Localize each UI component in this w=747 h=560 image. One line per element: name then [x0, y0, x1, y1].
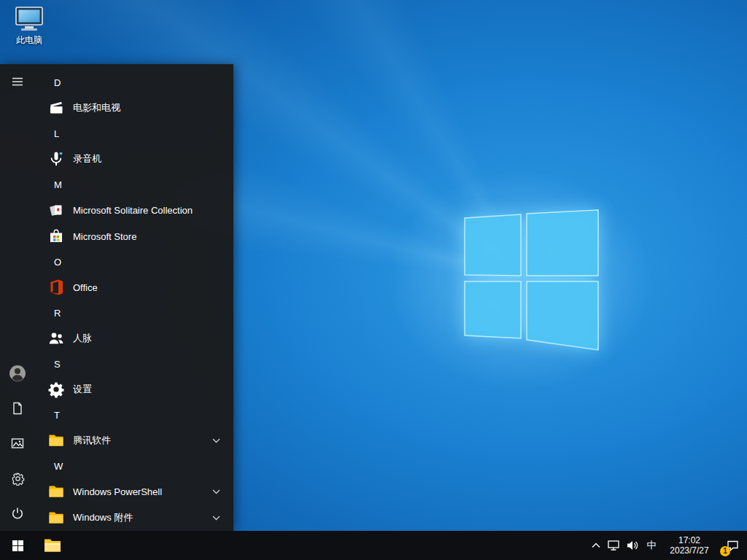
app-label: Office [73, 282, 220, 293]
start-menu-rail [0, 64, 35, 531]
section-header-o[interactable]: O [35, 249, 233, 274]
store-icon [47, 227, 66, 246]
notification-badge: 1 [720, 546, 730, 556]
start-menu-folder-tencent[interactable]: 腾讯软件 [35, 427, 233, 454]
solitaire-icon [47, 201, 66, 219]
hamburger-icon [12, 76, 23, 88]
app-label: 录音机 [73, 152, 220, 166]
section-letter: T [54, 410, 60, 421]
start-menu: D 电影和电视 L 录音机 M Microsoft Solitaire Coll [0, 64, 233, 531]
section-header-s[interactable]: S [35, 351, 233, 376]
section-letter: L [54, 128, 59, 139]
folder-icon [47, 431, 66, 450]
clock-time: 17:02 [678, 535, 700, 545]
system-tray: 中 17:02 2023/7/27 1 [588, 531, 747, 560]
start-menu-app-office[interactable]: Office [35, 274, 233, 300]
this-pc-icon [14, 6, 44, 32]
file-explorer-button[interactable] [35, 531, 70, 560]
file-explorer-icon [44, 538, 61, 553]
folder-icon [47, 508, 66, 527]
chevron-down-icon [212, 438, 220, 443]
ime-label: 中 [647, 539, 657, 552]
app-label: 腾讯软件 [73, 434, 212, 447]
folder-icon [47, 482, 66, 501]
start-menu-app-movies-tv[interactable]: 电影和电视 [35, 95, 233, 121]
clock-date: 2023/7/27 [670, 545, 708, 556]
start-menu-folder-windows-powershell[interactable]: Windows PowerShell [35, 478, 233, 505]
start-menu-app-solitaire[interactable]: Microsoft Solitaire Collection [35, 197, 233, 223]
document-icon [11, 402, 24, 415]
voice-recorder-icon [47, 149, 66, 168]
rail-settings-button[interactable] [0, 461, 35, 496]
section-letter: R [54, 308, 61, 319]
section-header-t[interactable]: T [35, 402, 233, 427]
app-label: 电影和电视 [73, 101, 220, 114]
section-header-w[interactable]: W [35, 454, 233, 478]
people-icon [47, 329, 66, 348]
section-letter: M [54, 179, 62, 190]
office-icon [47, 278, 66, 297]
settings-icon [47, 380, 66, 399]
start-menu-folder-windows-accessories[interactable]: Windows 附件 [35, 505, 233, 531]
start-menu-app-people[interactable]: 人脉 [35, 325, 233, 351]
network-icon [608, 540, 619, 551]
desktop-icon-this-pc[interactable]: 此电脑 [6, 6, 53, 47]
picture-icon [11, 437, 24, 450]
start-menu-app-microsoft-store[interactable]: Microsoft Store [35, 223, 233, 249]
power-button[interactable] [0, 496, 35, 531]
volume-button[interactable] [623, 531, 642, 560]
pictures-button[interactable] [0, 426, 35, 461]
app-label: Microsoft Solitaire Collection [73, 205, 220, 216]
section-letter: D [54, 77, 61, 88]
windows-logo-icon [12, 540, 23, 551]
start-menu-app-settings[interactable]: 设置 [35, 376, 233, 402]
speaker-icon [627, 540, 638, 551]
chevron-down-icon [212, 516, 220, 521]
section-header-m[interactable]: M [35, 172, 233, 197]
taskbar: 中 17:02 2023/7/27 1 [0, 531, 747, 560]
movies-tv-icon [47, 98, 66, 117]
section-header-d[interactable]: D [35, 70, 233, 95]
tray-overflow-button[interactable] [588, 531, 604, 560]
chevron-up-icon [592, 542, 600, 548]
expand-menu-button[interactable] [0, 64, 35, 99]
documents-button[interactable] [0, 391, 35, 426]
app-label: Microsoft Store [73, 231, 220, 242]
desktop-icon-label: 此电脑 [16, 34, 42, 47]
account-button[interactable] [0, 356, 35, 391]
ime-indicator[interactable]: 中 [642, 531, 661, 560]
start-button[interactable] [0, 531, 35, 560]
section-letter: S [54, 359, 61, 370]
section-header-l[interactable]: L [35, 121, 233, 146]
app-label: Windows 附件 [73, 511, 212, 524]
start-menu-app-list: D 电影和电视 L 录音机 M Microsoft Solitaire Coll [35, 64, 233, 531]
network-button[interactable] [604, 531, 623, 560]
action-center-button[interactable]: 1 [718, 531, 747, 560]
windows-hero-logo [438, 190, 613, 365]
app-label: 人脉 [73, 332, 220, 345]
section-letter: O [54, 257, 61, 268]
user-icon [8, 364, 27, 383]
desktop: 此电脑 [0, 0, 747, 560]
start-menu-app-voice-recorder[interactable]: 录音机 [35, 146, 233, 172]
power-icon [11, 507, 24, 520]
section-letter: W [54, 461, 63, 472]
app-label: 设置 [73, 383, 220, 396]
gear-icon [11, 472, 25, 486]
app-label: Windows PowerShell [73, 486, 212, 497]
chevron-down-icon [212, 489, 220, 494]
taskbar-clock[interactable]: 17:02 2023/7/27 [661, 531, 718, 560]
section-header-r[interactable]: R [35, 300, 233, 325]
